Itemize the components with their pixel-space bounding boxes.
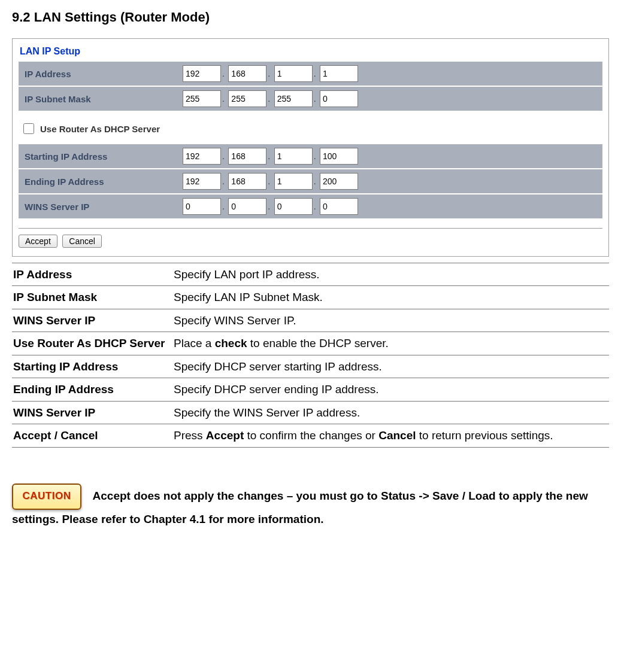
ending-ip-fields: . . . [180,169,602,194]
start-ip-octet-1[interactable] [183,148,221,165]
ip-address-octet-3[interactable] [274,65,313,82]
panel-heading: LAN IP Setup [19,44,602,62]
subnet-octet-1[interactable] [183,90,221,107]
dot-icon: . [221,69,226,78]
row-subnet-mask: IP Subnet Mask . . . [19,86,602,111]
desc-row: WINS Server IPSpecify the WINS Server IP… [12,401,609,424]
desc-definition: Specify DHCP server ending IP address. [172,378,609,401]
desc-definition: Specify LAN port IP address. [172,263,609,286]
label-subnet-mask: IP Subnet Mask [19,86,180,111]
start-ip-octet-2[interactable] [228,148,266,165]
desc-definition: Specify DHCP server starting IP address. [172,355,609,378]
desc-term: Ending IP Address [12,378,172,401]
desc-definition: Press Accept to confirm the changes or C… [172,424,609,447]
desc-term: WINS Server IP [12,309,172,332]
dot-icon: . [266,94,271,104]
desc-term: Use Router As DHCP Server [12,332,172,355]
desc-term: Starting IP Address [12,355,172,378]
caution-note: CAUTION Accept does not apply the change… [12,484,609,529]
dot-icon: . [266,177,271,186]
page-title: 9.2 LAN Settings (Router Mode) [12,10,609,25]
dot-icon: . [313,177,317,186]
dot-icon: . [313,69,317,78]
wins-ip-octet-1[interactable] [183,198,221,215]
description-table: IP AddressSpecify LAN port IP address.IP… [12,263,609,448]
dot-icon: . [266,69,271,78]
end-ip-octet-4[interactable] [320,173,358,190]
dot-icon: . [313,94,317,104]
ip-address-fields: . . . [180,62,602,86]
caution-text: Accept does not apply the changes – you … [12,489,588,525]
desc-row: WINS Server IPSpecify WINS Server IP. [12,309,609,332]
starting-ip-fields: . . . [180,144,602,169]
wins-ip-fields: . . . [180,194,602,218]
desc-row: Starting IP AddressSpecify DHCP server s… [12,355,609,378]
subnet-octet-2[interactable] [228,90,266,107]
desc-row: Accept / CancelPress Accept to confirm t… [12,424,609,447]
dot-icon: . [313,202,317,211]
desc-row: IP Subnet MaskSpecify LAN IP Subnet Mask… [12,286,609,309]
desc-term: IP Subnet Mask [12,286,172,309]
subnet-octet-3[interactable] [274,90,313,107]
lan-ip-setup-panel: LAN IP Setup IP Address . . . IP Subnet … [12,38,609,257]
desc-definition: Place a check to enable the DHCP server. [172,332,609,355]
label-ip-address: IP Address [19,62,180,86]
row-wins-ip: WINS Server IP . . . [19,194,602,218]
ip-address-octet-1[interactable] [183,65,221,82]
dot-icon: . [221,94,226,104]
desc-row: Use Router As DHCP ServerPlace a check t… [12,332,609,355]
desc-definition: Specify the WINS Server IP address. [172,401,609,424]
dot-icon: . [221,151,226,161]
label-ending-ip: Ending IP Address [19,169,180,194]
row-ip-address: IP Address . . . [19,62,602,86]
end-ip-octet-3[interactable] [274,173,313,190]
dot-icon: . [266,202,271,211]
desc-definition: Specify WINS Server IP. [172,309,609,332]
label-wins-ip: WINS Server IP [19,194,180,218]
end-ip-octet-2[interactable] [228,173,266,190]
desc-term: WINS Server IP [12,401,172,424]
ip-address-octet-4[interactable] [320,65,358,82]
desc-row: Ending IP AddressSpecify DHCP server end… [12,378,609,401]
wins-ip-octet-4[interactable] [320,198,358,215]
dot-icon: . [266,151,271,161]
ip-address-octet-2[interactable] [228,65,266,82]
wins-ip-octet-3[interactable] [274,198,313,215]
dot-icon: . [221,177,226,186]
dhcp-label: Use Router As DHCP Server [40,124,160,134]
start-ip-octet-3[interactable] [274,148,313,165]
lan-ip-table: IP Address . . . IP Subnet Mask . . . [19,62,602,111]
dhcp-checkbox[interactable] [23,123,34,134]
subnet-octet-4[interactable] [320,90,358,107]
row-starting-ip: Starting IP Address . . . [19,144,602,169]
cancel-button[interactable]: Cancel [62,235,102,248]
accept-button[interactable]: Accept [19,235,57,248]
dot-icon: . [221,202,226,211]
desc-term: Accept / Cancel [12,424,172,447]
caution-icon: CAUTION [12,484,81,510]
divider [19,228,602,229]
dhcp-range-table: Starting IP Address . . . Ending IP Addr… [19,144,602,218]
subnet-mask-fields: . . . [180,86,602,111]
dot-icon: . [313,151,317,161]
desc-term: IP Address [12,263,172,286]
end-ip-octet-1[interactable] [183,173,221,190]
wins-ip-octet-2[interactable] [228,198,266,215]
dhcp-checkbox-row: Use Router As DHCP Server [21,121,602,136]
desc-row: IP AddressSpecify LAN port IP address. [12,263,609,286]
row-ending-ip: Ending IP Address . . . [19,169,602,194]
label-starting-ip: Starting IP Address [19,144,180,169]
desc-definition: Specify LAN IP Subnet Mask. [172,286,609,309]
start-ip-octet-4[interactable] [320,148,358,165]
